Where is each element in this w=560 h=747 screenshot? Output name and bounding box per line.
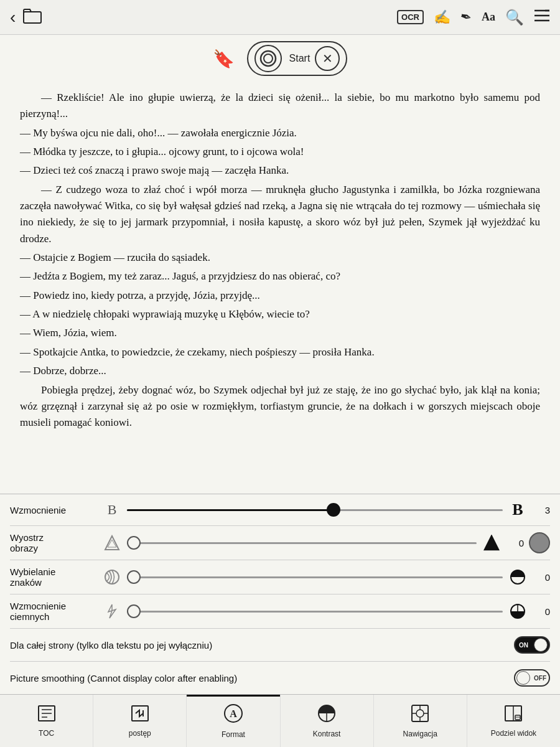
reading-paragraph: — A w niedzielę chłopaki wyprawiają muzy… xyxy=(20,306,540,322)
reading-paragraph: — Dobrze, dobrze... xyxy=(20,363,540,379)
setting-row-wybielanie: Wybielanie znaków 0 xyxy=(10,560,550,594)
podziel-label: Podziel widok xyxy=(491,729,536,738)
ciemnych-icon-right xyxy=(508,603,528,619)
svg-marker-9 xyxy=(485,536,498,550)
wyostrz-value: 0 xyxy=(506,538,524,548)
ciemnych-icon-left xyxy=(102,603,122,619)
toolbar-right: OCR ✍ ✒ Aa 🔍 xyxy=(397,9,550,26)
postep-icon xyxy=(131,705,149,726)
podziel-icon xyxy=(504,705,523,726)
toggle-label-smoothing: Picture smoothing (Cannot display color … xyxy=(10,673,514,684)
reading-paragraph: — Młódka ty jeszcze, to i głupia... ojco… xyxy=(20,144,540,160)
settings-panel: Wzmocnienie B B 3 Wyostrz obrazy xyxy=(0,494,560,694)
svg-marker-7 xyxy=(105,536,119,550)
setting-label-wybielanie: Wybielanie znaków xyxy=(10,566,97,588)
toc-label: TOC xyxy=(39,729,54,738)
ocr-controls: Start ✕ xyxy=(247,41,348,76)
setting-label-wzmocnienie: Wzmocnienie xyxy=(10,505,97,515)
back-button[interactable]: ‹ xyxy=(10,7,16,27)
reading-paragraph: — Wiem, Józia, wiem. xyxy=(20,325,540,341)
toggle-row-smoothing: Picture smoothing (Cannot display color … xyxy=(10,662,550,694)
active-indicator xyxy=(187,695,279,697)
wyostrz-icon-left xyxy=(102,535,122,551)
wyostrz-icon-right xyxy=(482,535,502,551)
svg-point-10 xyxy=(105,570,119,584)
ciemnych-value: 0 xyxy=(533,606,550,617)
toggle-row-strona: Dla całej strony (tylko dla tekstu po je… xyxy=(10,629,550,662)
reading-paragraph: — Powiedz ino, kiedy potrza, a przyjdę, … xyxy=(20,288,540,304)
toggle-smoothing[interactable]: OFF xyxy=(514,669,550,687)
kontrast-label: Kontrast xyxy=(313,730,341,738)
setting-row-wzmocnienie: Wzmocnienie B B 3 xyxy=(10,494,550,526)
wybielanie-slider[interactable] xyxy=(127,570,503,585)
wzmocnienie-icon-left: B xyxy=(102,502,122,518)
wybielanie-icon-right xyxy=(508,569,528,585)
ciemnych-slider[interactable] xyxy=(127,604,503,619)
wzmocnienie-icon-right: B xyxy=(508,500,528,519)
top-toolbar: ‹ OCR ✍ ✒ Aa 🔍 xyxy=(0,0,560,35)
reading-fade xyxy=(0,486,560,494)
svg-rect-0 xyxy=(24,12,41,23)
pen-icon[interactable]: ✒ xyxy=(459,8,474,27)
wyostrz-knob[interactable] xyxy=(529,532,550,553)
wybielanie-value: 0 xyxy=(533,572,550,583)
setting-label-ciemnych: Wzmocnienie ciemnych xyxy=(10,601,97,622)
reading-paragraph: — Dzieci też coś znaczą i prawo swoje ma… xyxy=(20,162,540,179)
ocr-start-label: Start xyxy=(289,53,310,64)
svg-text:A: A xyxy=(230,708,237,719)
svg-point-25 xyxy=(416,710,424,717)
reading-paragraph: — Spotkajcie Antka, to powiedzcie, że cz… xyxy=(20,344,540,360)
wzmocnienie-slider[interactable] xyxy=(127,502,503,517)
reading-area: — Rzekliście! Ale ino głupie uwierzą, że… xyxy=(0,80,560,486)
toggle-strona[interactable]: ON xyxy=(514,636,550,654)
folder-icon[interactable] xyxy=(23,7,42,27)
reading-paragraph: — My byśwa ojcu nie dali, oho!... — zawo… xyxy=(20,125,540,141)
ocr-scan-bar: 🔖 Start ✕ xyxy=(0,35,560,80)
menu-icon[interactable] xyxy=(534,9,550,26)
reading-paragraph: — Jedźta z Bogiem, my też zaraz... Jaguś… xyxy=(20,268,540,284)
ocr-circle-button[interactable] xyxy=(254,45,282,72)
wzmocnienie-value: 3 xyxy=(533,505,550,515)
reading-paragraph: — Z cudzego woza to złaź choć i wpół mor… xyxy=(20,182,540,247)
setting-row-ciemnych: Wzmocnienie ciemnych 0 xyxy=(10,594,550,629)
svg-point-5 xyxy=(261,51,276,66)
kontrast-icon xyxy=(317,704,336,727)
reading-paragraph: — Ostajcie z Bogiem — rzuciła do sąsiade… xyxy=(20,250,540,266)
setting-label-wyostrz: Wyostrz obrazy xyxy=(10,532,97,553)
sign-icon[interactable]: ✍ xyxy=(434,9,450,26)
ocr-close-button[interactable]: ✕ xyxy=(315,46,340,71)
format-icon: A xyxy=(223,703,243,728)
svg-point-6 xyxy=(264,54,273,63)
search-icon[interactable]: 🔍 xyxy=(505,9,524,26)
nawigacja-icon xyxy=(411,704,429,727)
nav-item-toc[interactable]: TOC xyxy=(0,695,93,747)
bookmark-icon[interactable]: 🔖 xyxy=(213,49,235,69)
format-label: Format xyxy=(222,730,245,739)
nav-item-podziel[interactable]: Podziel widok xyxy=(467,695,560,747)
nawigacja-label: Nawigacja xyxy=(403,730,437,738)
ocr-button[interactable]: OCR xyxy=(397,10,424,24)
reading-paragraph: Pobiegła prędzej, żeby dognać wóz, bo Sz… xyxy=(20,382,540,431)
setting-row-wyostrz: Wyostrz obrazy 0 xyxy=(10,526,550,560)
toc-icon xyxy=(37,705,56,726)
wybielanie-icon-left xyxy=(102,569,122,585)
font-icon[interactable]: Aa xyxy=(482,11,495,24)
reading-paragraph: — Rzekliście! Ale ino głupie uwierzą, że… xyxy=(20,90,540,123)
toggle-label-strona: Dla całej strony (tylko dla tekstu po je… xyxy=(10,640,514,651)
nav-item-nawigacja[interactable]: Nawigacja xyxy=(374,695,467,747)
nav-item-kontrast[interactable]: Kontrast xyxy=(281,695,374,747)
wyostrz-slider[interactable] xyxy=(127,535,477,550)
nav-item-format[interactable]: A Format xyxy=(187,695,280,747)
postep-label: postęp xyxy=(129,729,151,738)
nav-item-postep[interactable]: postęp xyxy=(93,695,187,747)
bottom-nav: TOC postęp A Format xyxy=(0,694,560,747)
